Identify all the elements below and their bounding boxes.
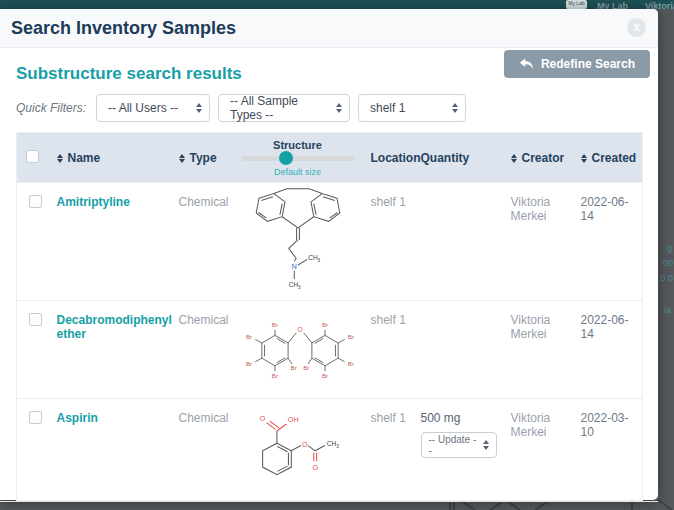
svg-text:N: N	[291, 262, 296, 271]
svg-text:Br: Br	[347, 333, 353, 340]
svg-text:O: O	[312, 464, 318, 472]
table-row: Amitriptyline Chemical	[17, 183, 643, 301]
column-name[interactable]: Name	[68, 151, 101, 165]
svg-text:Br: Br	[290, 364, 296, 371]
sample-type: Chemical	[175, 301, 229, 399]
svg-text:Br: Br	[245, 360, 251, 367]
sample-created: 2022-03-10	[577, 399, 643, 501]
select-arrows-icon	[483, 440, 489, 450]
sample-name-link[interactable]: Decabromodiphenyl ether	[57, 313, 172, 341]
svg-text:Br: Br	[245, 333, 251, 340]
background-mylab-menu: My Lab	[597, 1, 628, 9]
svg-text:O: O	[297, 326, 302, 333]
filter-sample-types-value: -- All Sample Types --	[230, 94, 325, 122]
table-row: Aspirin Chemical	[17, 399, 643, 501]
sample-creator: Viktoria Merkei	[507, 301, 577, 399]
table-row: Decabromodiphenyl ether Chemical	[17, 301, 643, 399]
structure-size-slider[interactable]	[241, 156, 355, 161]
reply-arrow-icon	[519, 58, 534, 70]
modal-title: Search Inventory Samples	[11, 18, 236, 38]
sample-type: Chemical	[175, 183, 229, 301]
select-arrows-icon	[196, 103, 202, 113]
column-created[interactable]: Created	[592, 151, 637, 165]
sample-creator: Viktoria Merkei	[507, 399, 577, 501]
structure-aspirin: O OH O O CH3	[239, 403, 357, 491]
background-fragment: g	[667, 243, 672, 253]
svg-text:CH3: CH3	[288, 281, 300, 290]
quick-filters-label: Quick Filters:	[16, 101, 86, 115]
sample-created: 2022-06-14	[577, 301, 643, 399]
svg-text:O: O	[301, 441, 307, 449]
quantity-update-value: -- Update --	[429, 434, 478, 456]
svg-text:OH: OH	[287, 416, 298, 424]
select-all-checkbox[interactable]	[26, 150, 39, 163]
svg-text:CH3: CH3	[308, 254, 320, 263]
sample-created: 2022-06-14	[577, 183, 643, 301]
table-header-row: Name Type Structure Default size Locatio…	[17, 133, 643, 183]
redefine-search-button[interactable]: Redefine Search	[504, 50, 650, 78]
row-checkbox[interactable]	[29, 195, 42, 208]
sort-name-icon[interactable]	[57, 154, 63, 163]
sample-name-link[interactable]: Aspirin	[57, 411, 98, 425]
select-arrows-icon	[336, 103, 342, 113]
sample-name-link[interactable]: Amitriptyline	[57, 195, 130, 209]
sort-creator-icon[interactable]	[511, 154, 517, 163]
column-creator[interactable]: Creator	[522, 151, 565, 165]
sample-quantity: 500 mg	[421, 411, 461, 425]
filter-users-select[interactable]: -- All Users --	[96, 94, 210, 122]
svg-text:Br: Br	[271, 321, 277, 328]
svg-text:O: O	[259, 415, 265, 423]
sample-creator: Viktoria Merkei	[507, 183, 577, 301]
column-quantity: Quantity	[421, 151, 470, 165]
redefine-search-label: Redefine Search	[541, 57, 635, 71]
row-checkbox[interactable]	[29, 313, 42, 326]
filter-sample-types-select[interactable]: -- All Sample Types --	[218, 94, 350, 122]
column-type[interactable]: Type	[190, 151, 217, 165]
column-structure: Structure	[231, 139, 365, 151]
select-arrows-icon	[452, 103, 458, 113]
slider-thumb[interactable]	[279, 151, 293, 165]
quantity-update-select[interactable]: -- Update --	[421, 432, 497, 458]
filter-users-value: -- All Users --	[108, 101, 178, 115]
results-table: Name Type Structure Default size Locatio…	[16, 132, 643, 501]
structure-decabromodiphenyl-ether: O BrBrBrBrBr BrBrBrBrBr	[233, 305, 367, 389]
svg-text:Br: Br	[303, 364, 309, 371]
modal-body: Substructure search results Redefine Sea…	[0, 48, 658, 501]
column-location: Location	[371, 151, 421, 165]
search-inventory-modal: Search Inventory Samples x Substructure …	[0, 9, 658, 500]
svg-text:Br: Br	[321, 321, 327, 328]
filter-location-select[interactable]: shelf 1	[358, 94, 466, 122]
sort-created-icon[interactable]	[581, 154, 587, 163]
sample-location: shelf 1	[367, 399, 417, 501]
close-icon[interactable]: x	[627, 18, 646, 37]
quick-filters: Quick Filters: -- All Users -- -- All Sa…	[16, 94, 642, 122]
background-fragment: 0 0	[660, 273, 673, 283]
svg-text:Br: Br	[321, 372, 327, 379]
background-fragment: la	[664, 305, 671, 315]
row-checkbox[interactable]	[29, 411, 42, 424]
filter-location-value: shelf 1	[370, 101, 405, 115]
sample-location: shelf 1	[367, 183, 417, 301]
background-user-name: Viktoria Mer	[645, 1, 674, 9]
structure-amitriptyline: N CH3 CH3	[235, 187, 361, 291]
sort-type-icon[interactable]	[179, 154, 185, 163]
svg-text:CH3: CH3	[326, 440, 339, 449]
sample-location: shelf 1	[367, 301, 417, 399]
background-mylab-badge: My Lab	[566, 0, 587, 9]
background-navbar: My Lab My Lab Viktoria Mer	[0, 0, 674, 9]
sample-type: Chemical	[175, 399, 229, 501]
svg-text:Br: Br	[271, 372, 277, 379]
modal-header: Search Inventory Samples x	[0, 9, 658, 48]
background-fragment: 00	[663, 258, 673, 268]
svg-text:Br: Br	[347, 360, 353, 367]
modal-footer: Add to experiment	[0, 501, 658, 510]
default-size-caption: Default size	[231, 167, 365, 177]
